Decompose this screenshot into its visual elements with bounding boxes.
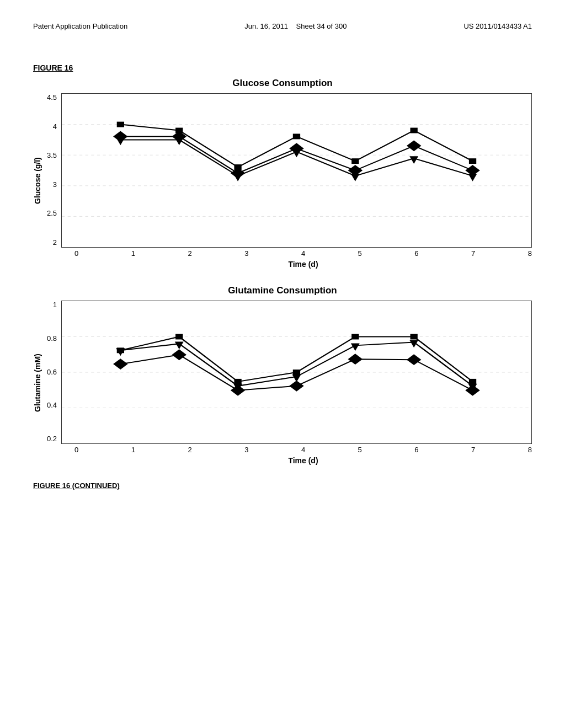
svg-rect-29 [175,334,183,340]
svg-rect-9 [411,128,418,133]
svg-marker-47 [407,354,422,365]
chart2-body: 1 0.8 0.6 0.4 0.2 [47,301,532,465]
chart2-y-ticks: 1 0.8 0.6 0.4 0.2 [47,301,61,444]
svg-marker-43 [172,349,187,360]
chart2-title: Glutamine Consumption [33,285,532,296]
svg-marker-24 [468,174,477,181]
svg-rect-33 [411,334,418,340]
chart1-svg [62,94,531,247]
svg-marker-23 [409,156,418,164]
chart2-y-label: Glutamine (mM) [33,301,44,465]
chart1-title: Glucose Consumption [33,78,532,89]
svg-rect-31 [293,370,300,375]
svg-rect-4 [117,122,124,127]
chart2-inner: 1 0.8 0.6 0.4 0.2 [47,301,532,444]
chart2-x-axis: 0 1 2 3 4 5 6 7 8 Time (d) [47,444,532,465]
svg-marker-22 [351,174,360,181]
chart1-area: Glucose (g/l) 4.5 4 3.5 3 2.5 2 [33,93,532,269]
svg-marker-16 [407,140,422,151]
svg-marker-46 [348,354,363,365]
header-center: Jun. 16, 2011 Sheet 34 of 300 [244,22,347,30]
chart1-inner: 4.5 4 3.5 3 2.5 2 [47,93,532,248]
svg-rect-32 [351,334,359,340]
svg-marker-42 [113,358,128,370]
page-header: Patent Application Publication Jun. 16, … [33,22,532,30]
svg-marker-48 [465,385,480,396]
svg-marker-18 [116,137,125,145]
chart1-y-label: Glucose (g/l) [33,93,44,269]
svg-rect-10 [469,158,476,164]
chart2-svg [62,301,531,443]
chart1-x-ticks: 0 1 2 3 4 5 6 7 8 [74,248,532,258]
svg-rect-7 [293,133,300,139]
chart1-x-axis: 0 1 2 3 4 5 6 7 8 Time (d) [47,248,532,269]
page: Patent Application Publication Jun. 16, … [0,0,565,728]
chart2-container: Glutamine Consumption Glutamine (mM) 1 0… [33,285,532,465]
chart2-x-label: Time (d) [288,456,318,465]
header-left: Patent Application Publication [33,22,127,30]
svg-rect-8 [351,158,359,164]
chart2-x-ticks: 0 1 2 3 4 5 6 7 8 [74,444,532,454]
figure-caption: Figure 16 (Continued) [33,481,532,490]
svg-marker-45 [289,381,304,392]
chart1-plot [61,93,532,248]
chart1-x-label: Time (d) [288,260,318,269]
chart1-body: 4.5 4 3.5 3 2.5 2 [47,93,532,269]
chart2-area: Glutamine (mM) 1 0.8 0.6 0.4 0.2 [33,301,532,465]
header-right: US 2011/0143433 A1 [463,22,532,30]
figure-label: Figure 16 [33,63,532,72]
chart1-container: Glucose Consumption Glucose (g/l) 4.5 4 … [33,78,532,269]
chart1-y-ticks: 4.5 4 3.5 3 2.5 2 [47,93,61,248]
svg-marker-44 [231,385,246,396]
chart2-plot [61,301,532,444]
svg-marker-20 [233,174,242,181]
